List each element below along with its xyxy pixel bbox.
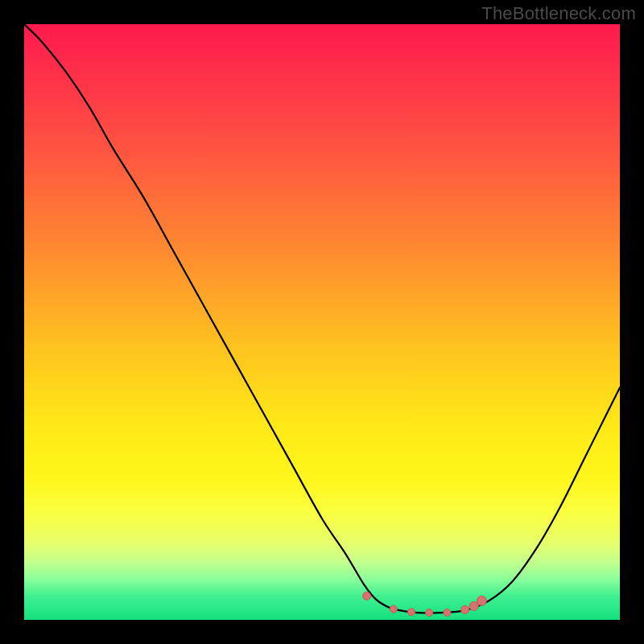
chart-plot-area: [24, 24, 620, 620]
curve-marker: [444, 609, 451, 617]
chart-svg: [24, 24, 620, 620]
curve-marker: [426, 609, 433, 617]
curve-marker: [408, 609, 415, 616]
curve-marker: [363, 592, 371, 600]
watermark-text: TheBottleneck.com: [481, 3, 636, 24]
chart-frame: TheBottleneck.com: [0, 0, 644, 644]
curve-marker: [461, 605, 469, 613]
curve-marker: [477, 596, 486, 605]
bottleneck-curve: [24, 24, 620, 613]
curve-marker: [390, 605, 397, 613]
